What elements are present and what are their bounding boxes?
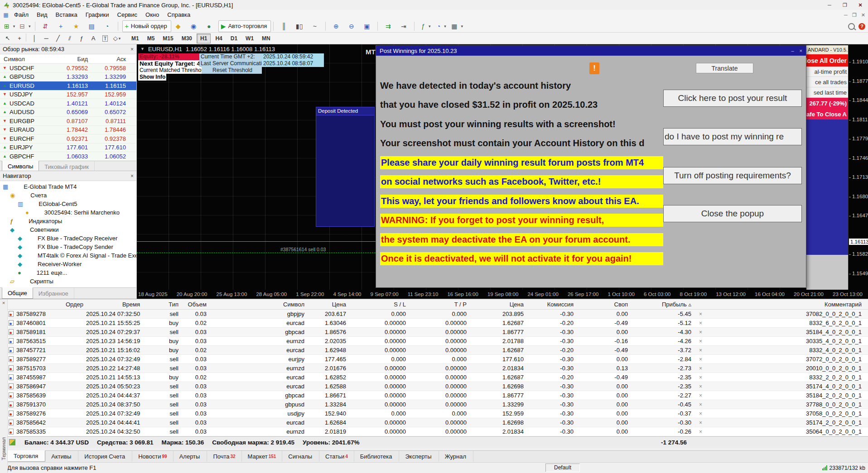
menu-item[interactable]: Вставка xyxy=(52,11,82,18)
timeframe-button[interactable]: H4 xyxy=(212,33,226,43)
toolbar-separator[interactable] xyxy=(273,22,275,31)
column-symbol[interactable]: Символ xyxy=(0,56,53,62)
toolbar-separator[interactable] xyxy=(377,22,380,31)
orders-column-header[interactable]: T / P xyxy=(409,301,469,308)
indicators-button[interactable]: ƒ xyxy=(419,20,433,32)
close-order-button[interactable]: × xyxy=(694,329,705,335)
post-result-button[interactable]: Click here to post your result xyxy=(663,90,802,107)
order-row[interactable]: 387585335 2025.10.24 04:32:50 sell 0.03 … xyxy=(7,427,868,436)
orders-column-header[interactable]: Цена xyxy=(469,301,526,308)
market-watch-row[interactable]: USDJPY 152.957 152.959 xyxy=(0,91,136,100)
order-row[interactable]: 387589276 2025.10.24 07:32:49 sell 0.03 … xyxy=(7,409,868,418)
terminal-tab[interactable]: Почта32 xyxy=(207,451,241,462)
orders-column-header[interactable]: Комментарий xyxy=(705,301,868,308)
orders-column-header[interactable]: S / L xyxy=(349,301,409,308)
fibonacci-tool[interactable]: ƒ xyxy=(76,33,87,43)
market-watch-row[interactable]: EURGBP 0.87107 0.87111 xyxy=(0,117,136,126)
navigator-tree-item[interactable]: Скрипты xyxy=(0,277,136,286)
chevron-down-icon[interactable]: ▼ xyxy=(140,47,145,51)
toolbar-separator[interactable] xyxy=(118,22,120,31)
periods-button[interactable]: ◔ xyxy=(434,20,448,32)
closed-last-time-row[interactable]: sed last time xyxy=(806,87,848,98)
terminal-close-icon[interactable]: × xyxy=(0,300,7,306)
market-watch-row[interactable]: GBPCHF 1.06033 1.06052 xyxy=(0,152,136,161)
timeframe-button[interactable]: M30 xyxy=(178,33,196,43)
objects-button[interactable]: ◆ xyxy=(172,20,187,32)
restore-button[interactable]: ❐ xyxy=(837,0,853,10)
terminal-tab[interactable]: Торговля xyxy=(7,450,45,462)
menu-item[interactable]: Вид xyxy=(33,11,52,18)
navigator-tab[interactable]: Общие xyxy=(2,287,33,299)
order-row[interactable]: 387591370 2025.10.24 08:37:50 sell 0.03 … xyxy=(7,400,868,409)
terminal-tab[interactable]: Маркет151 xyxy=(242,451,283,462)
zoom-out-button[interactable]: ⊖ xyxy=(345,20,360,32)
order-row[interactable]: 387457721 2025.10.21 15:16:02 buy 0.02 e… xyxy=(7,346,868,355)
close-order-button[interactable]: × xyxy=(694,320,705,326)
translate-button[interactable]: Translate xyxy=(696,63,753,73)
close-order-button[interactable]: × xyxy=(694,347,705,354)
navigator-tree-item[interactable]: FX Blue - TradeCopy Receiver xyxy=(0,234,136,243)
navigator-tree-item[interactable]: Советники xyxy=(0,225,136,234)
chart-restore-icon[interactable]: ❐ xyxy=(852,12,857,18)
order-row[interactable]: 387589277 2025.10.24 07:32:49 sell 0.03 … xyxy=(7,355,868,364)
chart-shift-button[interactable]: ⇥ xyxy=(397,20,412,32)
crosshair-tool[interactable]: + xyxy=(14,33,25,43)
timeframe-button[interactable]: M1 xyxy=(128,33,143,43)
orders-column-header[interactable]: Время xyxy=(86,301,143,308)
market-watch-row[interactable]: AUDUSD 0.65069 0.65072 xyxy=(0,108,136,117)
order-row[interactable]: 387455987 2025.10.21 14:55:13 buy 0.02 e… xyxy=(7,373,868,382)
vertical-line-tool[interactable]: │ xyxy=(29,33,40,43)
orders-column-header[interactable]: Объем xyxy=(181,301,209,308)
orders-column-header[interactable]: Комиссия xyxy=(526,301,576,308)
cursor-tool[interactable]: ↖ xyxy=(2,33,13,43)
bar-chart-button[interactable]: ║ xyxy=(278,20,292,32)
order-row[interactable]: 387515703 2025.10.22 14:27:48 sell 0.03 … xyxy=(7,364,868,373)
orders-column-header[interactable]: Прибыль ▵ xyxy=(631,301,694,308)
ea-reset-threshold-button[interactable]: Reset Threshold xyxy=(202,67,262,74)
navigator-tree-item[interactable]: 30025494: Serhii Marchenko xyxy=(0,208,136,217)
orders-column-header[interactable]: Тип xyxy=(143,301,181,308)
navigator-tree-item[interactable]: 1211 еще... xyxy=(0,268,136,277)
close-order-button[interactable]: × xyxy=(694,311,705,317)
close-order-button[interactable]: × xyxy=(694,356,705,363)
order-row[interactable]: 387585642 2025.10.24 04:44:41 sell 0.03 … xyxy=(7,418,868,427)
terminal-tab[interactable]: История Счета xyxy=(78,451,132,462)
navigator-close-icon[interactable]: × xyxy=(130,173,134,179)
close-order-button[interactable]: × xyxy=(694,420,705,426)
timeframe-button[interactable]: M15 xyxy=(159,33,177,43)
terminal-tab[interactable]: Журнал xyxy=(439,451,473,462)
close-all-orders-button[interactable]: lose All Order xyxy=(806,54,848,67)
search-icon[interactable] xyxy=(848,23,855,30)
close-order-button[interactable]: × xyxy=(694,383,705,390)
safe-to-close-button[interactable]: afe To Close A xyxy=(806,109,848,119)
order-row[interactable]: 387586947 2025.10.24 05:50:23 sell 0.03 … xyxy=(7,382,868,391)
market-watch-close-icon[interactable]: × xyxy=(130,46,134,53)
timeframe-button[interactable]: W1 xyxy=(242,33,257,43)
text-tool[interactable]: A xyxy=(88,33,99,43)
realtime-profit-row[interactable]: al-time profit xyxy=(806,67,848,77)
market-watch-row[interactable]: GBPUSD 1.33293 1.33299 xyxy=(0,73,136,82)
new-order-button[interactable]: + Новый ордер xyxy=(122,20,171,32)
terminal-tab[interactable]: Статьи4 xyxy=(319,451,354,462)
chart-close-icon[interactable]: ✕ xyxy=(861,12,865,18)
community-button[interactable]: ◉ xyxy=(188,20,202,32)
toolbar-separator[interactable] xyxy=(26,33,28,42)
data-window-toggle[interactable]: + xyxy=(55,20,69,32)
autotrade-button[interactable]: ▶ Авто-торговля xyxy=(218,20,271,32)
market-watch-toggle[interactable]: ⇵ xyxy=(39,20,54,32)
close-order-button[interactable]: × xyxy=(694,338,705,344)
auto-scroll-button[interactable]: ⇉ xyxy=(382,20,396,32)
dialog-close-icon[interactable]: × xyxy=(800,48,802,53)
turn-off-posting-button[interactable]: Turn off posting requirements? xyxy=(663,167,802,184)
orders-column-header[interactable]: Символ xyxy=(209,301,307,308)
navigator-tree-item[interactable]: Индикаторы xyxy=(0,217,136,225)
terminal-tab[interactable]: Активы xyxy=(45,451,78,462)
market-watch-row[interactable]: EURAUD 1.78442 1.78446 xyxy=(0,126,136,135)
close-order-button[interactable]: × xyxy=(694,392,705,399)
equidistant-channel-tool[interactable]: ⫽ xyxy=(64,33,75,43)
order-row[interactable]: 387460801 2025.10.21 15:55:25 buy 0.02 e… xyxy=(7,319,868,328)
help-icon[interactable]: ? xyxy=(858,23,865,30)
terminal-toggle[interactable]: ▤ xyxy=(86,20,100,32)
close-popup-button[interactable]: Close the popup xyxy=(663,205,802,222)
terminal-tab[interactable]: Эксперты xyxy=(399,451,439,462)
